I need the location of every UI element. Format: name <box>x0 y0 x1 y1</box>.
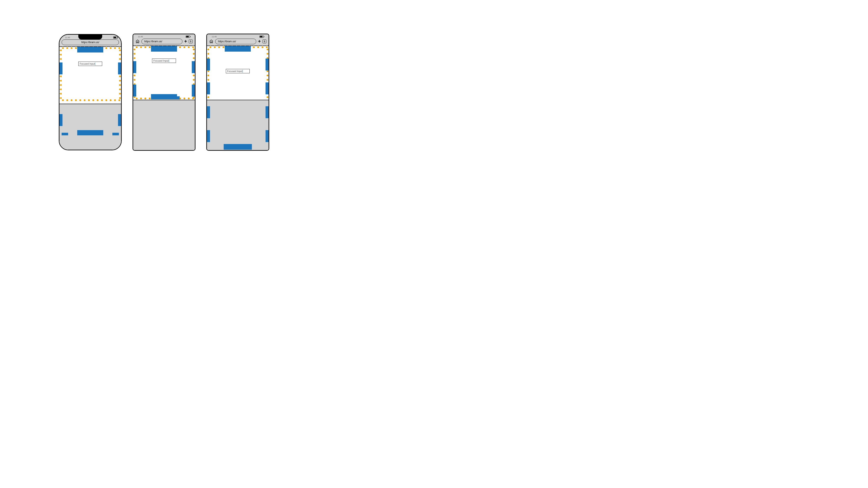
fixed-right-block <box>118 62 121 74</box>
url-text: https://bram.us/ <box>81 41 99 44</box>
address-bar[interactable]: https://bram.us/ <box>142 39 182 44</box>
clock-label: 11:45 <box>212 36 217 38</box>
tab-counter[interactable]: 5 <box>189 39 193 43</box>
notch <box>78 34 102 39</box>
focused-input[interactable]: Focused Input <box>78 62 102 66</box>
new-tab-button[interactable]: + <box>258 39 261 44</box>
fixed-right-block-lower <box>192 85 195 97</box>
fixed-right-block-low <box>266 106 269 118</box>
fixed-right-block-mid <box>266 83 269 94</box>
sticky-top-block <box>77 47 103 53</box>
input-value: Focused Input <box>80 62 95 65</box>
virtual-keyboard[interactable] <box>59 104 121 150</box>
new-tab-button[interactable]: + <box>184 39 187 44</box>
clock-label: 11:45 <box>138 36 143 38</box>
status-bar: 11:45 <box>209 35 267 38</box>
address-bar[interactable]: https://bram.us/ <box>62 39 119 45</box>
sticky-top-block <box>151 46 177 52</box>
sticky-bottom-block-occluded <box>77 130 103 135</box>
sticky-bottom-step <box>177 96 180 99</box>
battery-icon <box>186 36 190 38</box>
virtual-keyboard[interactable] <box>207 100 269 150</box>
url-text: https://bram.us/ <box>144 40 162 43</box>
phone-ios: 11:45 https://bram.us/ Focused Input <box>59 34 122 150</box>
fixed-left-block <box>207 59 210 70</box>
text-caret <box>169 59 169 62</box>
fixed-right-block <box>266 59 269 70</box>
input-value: Focused Input <box>153 59 168 62</box>
input-value: Focused Input <box>227 70 242 72</box>
fixed-left-block-lower <box>133 85 136 97</box>
visual-viewport-outline <box>133 46 195 99</box>
battery-icon <box>113 36 118 39</box>
focused-input[interactable]: Focused Input <box>152 59 176 63</box>
fixed-right-block-lower <box>266 130 269 142</box>
browser-chrome: 11:45 https://bram.us/ + 5 <box>133 34 195 45</box>
battery-icon <box>259 36 264 38</box>
home-icon[interactable] <box>135 39 140 43</box>
sticky-top-block <box>225 46 251 52</box>
address-bar[interactable]: https://bram.us/ <box>215 39 256 44</box>
phone-resize-visual: 11:45 https://bram.us/ + 5 <box>132 34 195 151</box>
phone-resize-none: 11:45 https://bram.us/ + 5 <box>206 34 269 151</box>
fixed-left-block-occluded <box>59 114 62 126</box>
url-text: https://bram.us/ <box>218 40 236 43</box>
home-icon[interactable] <box>209 39 214 43</box>
browser-chrome: 11:45 https://bram.us/ + 5 <box>207 34 269 45</box>
fixed-right-block <box>192 61 195 73</box>
focused-input[interactable]: Focused Input <box>226 69 250 73</box>
fixed-left-block <box>133 61 136 73</box>
fixed-right-block-occluded <box>118 114 121 126</box>
visual-viewport-outline <box>59 47 121 101</box>
fixed-left-block-mid <box>207 83 210 94</box>
sticky-bottom-block <box>224 144 252 150</box>
fixed-left-block-low <box>207 106 210 118</box>
bottom-right-chip <box>113 133 119 135</box>
status-bar: 11:45 <box>135 35 193 38</box>
text-caret <box>95 62 95 65</box>
fixed-left-block <box>59 62 62 74</box>
fixed-left-block-lower <box>207 130 210 142</box>
tab-counter[interactable]: 5 <box>262 39 267 43</box>
clock-label: 11:45 <box>65 36 70 39</box>
virtual-keyboard[interactable] <box>133 100 195 150</box>
bottom-left-chip <box>62 133 68 135</box>
sticky-bottom-block <box>151 94 177 99</box>
